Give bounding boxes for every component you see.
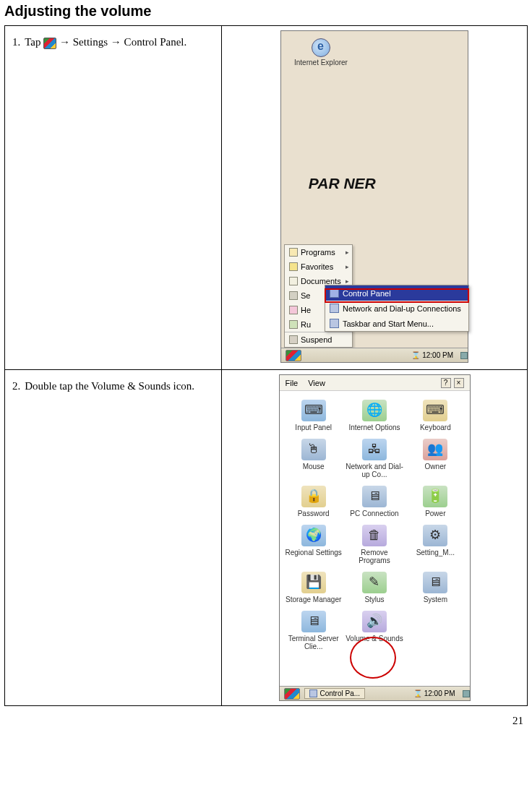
cp-label: Terminal Server Clie... xyxy=(284,635,343,650)
help-icon xyxy=(289,306,298,314)
menu-label: Se xyxy=(301,291,310,300)
cp-label: PC Connection xyxy=(350,510,398,517)
submenu-label: Network and Dial-up Connections xyxy=(343,304,461,313)
cp-label: Stylus xyxy=(364,596,384,603)
cp-label: Mouse xyxy=(303,463,325,470)
taskbar[interactable]: ⌛ 12:00 PM xyxy=(281,348,468,362)
storage-icon: 💾 xyxy=(301,572,326,593)
input-panel-icon: ⌨ xyxy=(301,400,326,421)
step1-after: → Settings → Control Panel. xyxy=(59,36,186,48)
start-button[interactable] xyxy=(286,350,301,361)
remove-programs-icon: 🗑 xyxy=(362,525,387,546)
cp-mouse[interactable]: 🖱Mouse xyxy=(284,439,343,478)
cp-setting-m[interactable]: ⚙Setting_M... xyxy=(406,525,465,564)
terminal-icon: 🖥 xyxy=(301,611,326,632)
clock-text: 12:00 PM xyxy=(422,351,453,359)
cp-terminal-server[interactable]: 🖥Terminal Server Clie... xyxy=(284,611,343,650)
table-row: 2. Double tap the Volume & Sounds icon. … xyxy=(5,370,528,706)
step-2-cell: 2. Double tap the Volume & Sounds icon. xyxy=(5,370,222,706)
partner-logo: PAR NER xyxy=(309,176,376,192)
tray-icon[interactable] xyxy=(463,690,470,697)
menu-file[interactable]: File xyxy=(286,379,299,387)
menu-view[interactable]: View xyxy=(308,379,325,387)
page-number: 21 xyxy=(9,715,523,727)
taskbar-button-label: Control Pa... xyxy=(320,689,361,697)
password-icon: 🔒 xyxy=(301,486,326,507)
cp-pc-connection[interactable]: 🖥PC Connection xyxy=(345,486,404,517)
cp-label: Input Panel xyxy=(295,424,332,431)
tray-icon[interactable] xyxy=(460,352,468,359)
regional-icon: 🌍 xyxy=(301,525,326,546)
run-icon xyxy=(289,320,298,329)
submenu-control-panel[interactable]: Control Panel xyxy=(325,285,468,301)
taskbar-icon xyxy=(330,319,339,328)
cp-system[interactable]: 🖥System xyxy=(406,572,465,603)
cp-power[interactable]: 🔋Power xyxy=(406,486,465,517)
cp-internet-options[interactable]: 🌐Internet Options xyxy=(345,400,404,431)
settings-submenu[interactable]: Control Panel Network and Dial-up Connec… xyxy=(325,285,469,332)
step-1-cell: 1. Tap → Settings → Control Panel. xyxy=(5,26,222,370)
cp-network[interactable]: 🖧Network and Dial-up Co... xyxy=(345,439,404,478)
internet-explorer-desktop-icon[interactable]: Internet Explorer xyxy=(294,38,348,66)
cp-storage-manager[interactable]: 💾Storage Manager xyxy=(284,572,343,603)
cp-label: Network and Dial-up Co... xyxy=(345,463,404,478)
network-icon xyxy=(330,304,339,313)
cp-label: System xyxy=(424,596,447,603)
control-panel-screenshot: File View ? × ⌨Input Panel 🌐Internet Opt… xyxy=(279,374,471,701)
submenu-network[interactable]: Network and Dial-up Connections xyxy=(325,301,468,316)
submenu-taskbar[interactable]: Taskbar and Start Menu... xyxy=(325,316,468,331)
cp-remove-programs[interactable]: 🗑Remove Programs xyxy=(345,525,404,564)
instruction-table: 1. Tap → Settings → Control Panel. Inter… xyxy=(4,25,528,706)
cp-stylus[interactable]: ✎Stylus xyxy=(345,572,404,603)
control-panel-icon xyxy=(309,689,317,697)
owner-icon: 👥 xyxy=(423,439,447,460)
suspend-icon xyxy=(289,335,298,344)
close-button[interactable]: × xyxy=(454,378,464,388)
desktop-screenshot: Internet Explorer PAR NER Programs Favor… xyxy=(280,30,468,363)
page-title: Adjusting the volume xyxy=(4,3,528,20)
cp-label: Setting_M... xyxy=(416,549,455,556)
cp-keyboard[interactable]: ⌨Keyboard xyxy=(406,400,465,431)
internet-options-icon: 🌐 xyxy=(362,400,387,421)
step-text: Double tap the Volume & Sounds icon. xyxy=(25,380,194,392)
cp-label: Regional Settings xyxy=(285,549,341,556)
control-panel-menubar[interactable]: File View ? × xyxy=(280,375,470,391)
start-button[interactable] xyxy=(284,688,300,700)
gear-icon xyxy=(289,291,298,300)
submenu-label: Control Panel xyxy=(343,289,391,298)
highlight-volume-sounds xyxy=(350,637,396,679)
step1-before: Tap xyxy=(25,36,40,48)
step-number: 1. xyxy=(12,36,20,49)
volume-sounds-icon: 🔊 xyxy=(362,611,387,632)
menu-suspend[interactable]: Suspend xyxy=(285,332,352,347)
cp-input-panel[interactable]: ⌨Input Panel xyxy=(284,400,343,431)
menu-label: Suspend xyxy=(301,335,332,344)
ie-label: Internet Explorer xyxy=(294,59,348,66)
setting-m-icon: ⚙ xyxy=(423,525,447,546)
cp-owner[interactable]: 👥Owner xyxy=(406,439,465,478)
menu-label: He xyxy=(301,306,311,314)
step-text: Tap → Settings → Control Panel. xyxy=(25,36,186,49)
screenshot-2-cell: File View ? × ⌨Input Panel 🌐Internet Opt… xyxy=(222,370,528,706)
menu-label: Ru xyxy=(301,320,311,329)
folder-icon xyxy=(289,248,298,257)
menu-programs[interactable]: Programs xyxy=(285,245,352,259)
submenu-label: Taskbar and Start Menu... xyxy=(343,319,434,328)
taskbar[interactable]: Control Pa... ⌛ 12:00 PM xyxy=(280,686,470,700)
taskbar-control-panel-button[interactable]: Control Pa... xyxy=(304,688,366,699)
clock-text: 12:00 PM xyxy=(424,689,455,697)
menu-label: Programs xyxy=(301,248,335,257)
help-button[interactable]: ? xyxy=(441,378,451,388)
cp-label: Owner xyxy=(425,463,446,470)
cp-password[interactable]: 🔒Password xyxy=(284,486,343,517)
network-icon: 🖧 xyxy=(362,439,387,460)
power-icon: 🔋 xyxy=(423,486,447,507)
cp-regional-settings[interactable]: 🌍Regional Settings xyxy=(284,525,343,564)
step-number: 2. xyxy=(12,380,20,392)
keyboard-icon: ⌨ xyxy=(423,400,447,421)
pc-connection-icon: 🖥 xyxy=(362,486,387,507)
star-icon xyxy=(289,262,298,271)
menu-label: Favorites xyxy=(301,262,333,271)
cp-label: Keyboard xyxy=(420,424,451,431)
menu-favorites[interactable]: Favorites xyxy=(285,259,352,274)
